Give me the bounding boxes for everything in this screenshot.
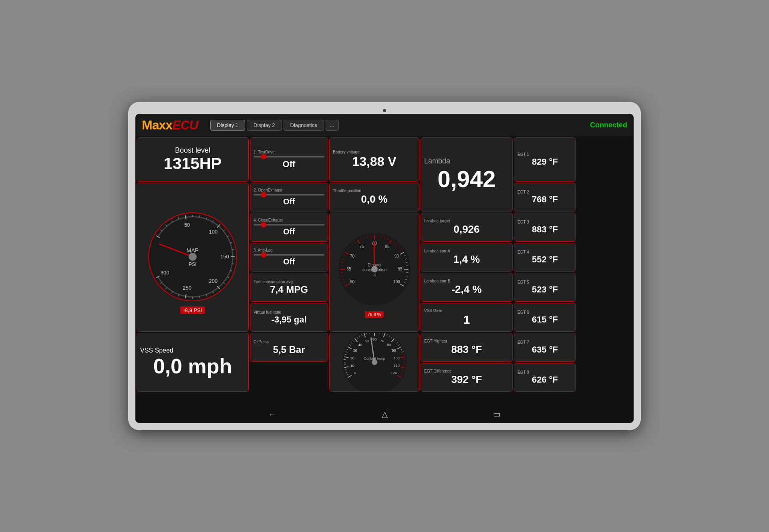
egt5-cell: EGT 5 523 °F: [514, 273, 576, 302]
back-button[interactable]: ←: [268, 410, 276, 419]
egt-highest-value: 883 °F: [451, 343, 482, 356]
egt2-cell: EGT 2 768 °F: [514, 183, 576, 212]
egt1-value: 829 °F: [532, 157, 558, 167]
tab-more[interactable]: ...: [326, 120, 339, 131]
vss-label: VSS Speed: [140, 347, 173, 354]
egt5-value: 523 °F: [532, 284, 558, 295]
oilpress-label: OilPress: [254, 340, 269, 344]
egt4-label: EGT 4: [517, 250, 529, 254]
logo-ecu: ECU: [172, 118, 198, 132]
fuelconsumption-label: Fuel consumption avg: [254, 280, 293, 284]
vss-speed-cell: VSS Speed 0,0 mph: [137, 333, 249, 392]
driver-cell: 1. TestDriver Off: [250, 137, 328, 181]
fuelconsumption-value: 7,4 MPG: [270, 284, 308, 295]
lambda-corr-a-value: 1,4 %: [453, 253, 480, 266]
home-button[interactable]: △: [382, 409, 388, 419]
vss-gear-label: VSS Gear: [424, 308, 442, 313]
ethanol-gauge-cell: 79,8 %: [329, 213, 419, 332]
lambda-corr-b-value: -2,4 %: [451, 283, 481, 296]
openexhaust-label: 2. OpenExhaust: [254, 188, 282, 192]
egt1-cell: EGT 1 829 °F: [514, 137, 576, 181]
dashboard-grid: Boost level 1315HP -8,9 PSI VSS Speed 0,…: [135, 136, 634, 405]
throttle-cell: Throttle position 0,0 %: [329, 183, 419, 212]
egt7-value: 635 °F: [532, 345, 558, 355]
closeexhaust-label: 4. CloseExhaust: [254, 218, 283, 222]
lambda-corr-a-label: Lambda corr A: [424, 249, 450, 253]
tab-diagnostics[interactable]: Diagnostics: [284, 120, 324, 131]
tab-display2[interactable]: Display 2: [247, 120, 282, 131]
egt5-label: EGT 5: [517, 280, 529, 284]
throttle-label: Throttle position: [333, 189, 361, 193]
vss-gear-value: 1: [463, 313, 470, 326]
connection-status: Connected: [590, 121, 627, 129]
map-psi-badge: -8,9 PSI: [180, 306, 205, 314]
battery-label: Battery voltage: [333, 150, 360, 154]
egt3-value: 883 °F: [532, 224, 558, 235]
closeexhaust-cell: 4. CloseExhaust Off: [250, 213, 328, 242]
virtualtank-value: -3,95 gal: [271, 314, 306, 325]
egt8-value: 626 °F: [532, 375, 558, 385]
throttle-value: 0,0 %: [361, 193, 388, 206]
antilag-value: Off: [283, 257, 295, 266]
ethanol-badge: 79,8 %: [365, 311, 383, 318]
lambda-corr-a-cell: Lambda corr A 1,4 %: [421, 243, 513, 272]
boost-cell: Boost level 1315HP: [137, 137, 249, 181]
header: MaxxECU Display 1 Display 2 Diagnostics …: [135, 114, 634, 136]
lambda-target-cell: Lambda target 0,926: [421, 213, 513, 242]
lambda-corr-b-cell: Lambda corr B -2,4 %: [421, 273, 513, 302]
lambda-corr-b-label: Lambda corr B: [424, 279, 451, 283]
egt6-cell: EGT 6 615 °F: [514, 303, 576, 332]
egt-highest-label: EGT Highest: [424, 339, 447, 343]
coolant-gauge-canvas: [332, 333, 417, 392]
virtualtank-label: Virtual fuel tank: [254, 310, 281, 314]
lambda-target-value: 0,926: [453, 223, 479, 236]
egt8-label: EGT 8: [517, 370, 529, 375]
boost-label: Boost level: [175, 146, 210, 155]
closeexhaust-value: Off: [283, 227, 295, 236]
egt2-label: EGT 2: [517, 190, 529, 194]
map-gauge-cell: -8,9 PSI: [137, 183, 249, 332]
driver-value: Off: [283, 159, 296, 169]
vss-gear-cell: VSS Gear 1: [421, 303, 513, 332]
egt3-label: EGT 3: [517, 220, 529, 224]
coolant-gauge-cell: 55,9 °F: [329, 333, 419, 392]
egt6-label: EGT 6: [517, 310, 529, 314]
oilpress-value: 5,5 Bar: [273, 344, 305, 355]
egt-diff-cell: EGT Difference 392 °F: [421, 363, 513, 392]
egt8-cell: EGT 8 626 °F: [514, 363, 576, 392]
map-gauge-canvas: [141, 201, 245, 305]
egt7-cell: EGT 7 635 °F: [514, 333, 576, 362]
recents-button[interactable]: ▭: [493, 409, 501, 419]
egt-highest-cell: EGT Highest 883 °F: [421, 333, 513, 362]
app-logo: MaxxECU: [142, 118, 198, 133]
oilpress-cell: OilPress 5,5 Bar: [250, 333, 328, 362]
openexhaust-value: Off: [283, 197, 295, 206]
virtualtank-cell: Virtual fuel tank -3,95 gal: [250, 303, 328, 332]
ethanol-gauge-canvas: [332, 227, 417, 311]
vss-value: 0,0 mph: [153, 354, 232, 378]
driver-label: 1. TestDriver: [254, 150, 276, 154]
lambda-target-label: Lambda target: [424, 219, 450, 223]
tab-bar: Display 1 Display 2 Diagnostics ...: [210, 120, 339, 131]
lambda-value: 0,942: [437, 165, 495, 192]
boost-value: 1315HP: [164, 155, 222, 173]
fuelconsumption-cell: Fuel consumption avg 7,4 MPG: [250, 273, 328, 302]
driver-slider: [254, 156, 324, 157]
battery-value: 13,88 V: [352, 154, 396, 169]
egt1-label: EGT 1: [517, 152, 529, 157]
tablet-device: MaxxECU Display 1 Display 2 Diagnostics …: [128, 102, 641, 430]
tablet-screen: MaxxECU Display 1 Display 2 Diagnostics …: [135, 114, 634, 423]
egt-diff-value: 392 °F: [451, 373, 482, 386]
logo-maxx: Maxx: [142, 118, 172, 132]
egt7-label: EGT 7: [517, 340, 529, 345]
openexhaust-cell: 2. OpenExhaust Off: [250, 183, 328, 212]
egt4-value: 552 °F: [532, 254, 558, 265]
antilag-cell: 3. Anti-Lag Off: [250, 243, 328, 272]
battery-cell: Battery voltage 13,88 V: [329, 137, 419, 181]
egt3-cell: EGT 3 883 °F: [514, 213, 576, 242]
egt6-value: 615 °F: [532, 314, 558, 325]
egt-diff-label: EGT Difference: [424, 369, 452, 373]
egt4-cell: EGT 4 552 °F: [514, 243, 576, 272]
tab-display1[interactable]: Display 1: [210, 120, 245, 131]
lambda-cell: Lambda 0,942: [421, 137, 513, 212]
